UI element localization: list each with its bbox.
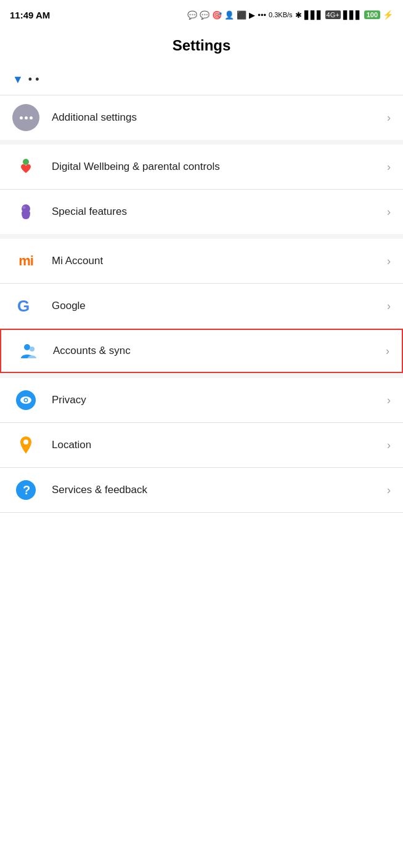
chat-icon: 💬: [200, 10, 210, 20]
settings-item-services-feedback[interactable]: ? Services & feedback ›: [0, 468, 403, 512]
settings-item-mi-account[interactable]: mi Mi Account ›: [0, 239, 403, 283]
wellbeing-icon: [12, 153, 39, 180]
battery-indicator: 100: [364, 10, 380, 19]
page-title: Settings: [0, 30, 403, 64]
google-icon: G: [12, 292, 39, 319]
services-feedback-chevron: ›: [387, 484, 391, 497]
privacy-chevron: ›: [387, 394, 391, 407]
mi-account-icon: mi: [12, 247, 39, 275]
youtube-icon: ▶: [249, 10, 255, 20]
network-speed: 0.3KB/s: [269, 11, 293, 18]
privacy-text: Privacy: [52, 393, 382, 407]
settings-item-location[interactable]: Location ›: [0, 423, 403, 467]
special-features-icon: [12, 198, 39, 225]
lte-icon: 4G+: [325, 10, 341, 19]
additional-settings-icon: [12, 104, 39, 131]
bluetooth-icon: ✱: [295, 10, 302, 20]
settings-item-special-features[interactable]: Special features ›: [0, 190, 403, 234]
privacy-icon: [12, 387, 39, 414]
status-bar: 11:49 AM 💬 💬 🎯 👤 ⬛ ▶ ••• 0.3KB/s ✱ ▋▋▋ 4…: [0, 0, 403, 30]
location-chevron: ›: [387, 439, 391, 452]
square-icon: ⬛: [237, 10, 246, 20]
divider-services: [0, 512, 403, 513]
svg-point-10: [23, 440, 28, 444]
accounts-sync-icon: [14, 337, 41, 364]
services-feedback-icon: ?: [12, 476, 39, 504]
mi-account-text: Mi Account: [52, 254, 382, 268]
app-icon: 🎯: [212, 10, 222, 20]
mi-account-chevron: ›: [387, 255, 391, 268]
additional-settings-text: Additional settings: [52, 111, 382, 124]
signal-bars: ▋▋▋: [304, 10, 323, 20]
wellbeing-text: Digital Wellbeing & parental controls: [52, 160, 382, 174]
message-icon: 💬: [187, 10, 197, 20]
location-icon: [12, 432, 39, 459]
charging-icon: ⚡: [383, 10, 393, 20]
section-divider-2: [0, 234, 403, 239]
signal-bars-2: ▋▋▋: [343, 10, 362, 20]
svg-point-2: [23, 206, 26, 209]
partial-arrow-icon: ▼: [12, 73, 23, 86]
settings-item-additional-settings[interactable]: Additional settings ›: [0, 95, 403, 140]
status-icons: 💬 💬 🎯 👤 ⬛ ▶ ••• 0.3KB/s ✱ ▋▋▋ 4G+ ▋▋▋ 10…: [187, 10, 393, 20]
svg-point-4: [24, 344, 30, 350]
svg-point-0: [23, 159, 29, 165]
status-time: 11:49 AM: [10, 10, 50, 20]
google-text: Google: [52, 299, 382, 313]
avatar-icon: 👤: [224, 10, 234, 20]
settings-item-google[interactable]: G Google ›: [0, 284, 403, 328]
additional-settings-chevron: ›: [387, 111, 391, 124]
section-divider-3: [0, 373, 403, 378]
more-dots: •••: [258, 10, 266, 20]
settings-item-digital-wellbeing[interactable]: Digital Wellbeing & parental controls ›: [0, 145, 403, 189]
special-features-text: Special features: [52, 205, 382, 219]
svg-point-5: [30, 347, 35, 352]
accounts-sync-text: Accounts & sync: [53, 344, 381, 358]
wellbeing-chevron: ›: [387, 161, 391, 174]
accounts-sync-chevron: ›: [386, 345, 389, 358]
partial-scroll-item: ▼ • •: [0, 64, 403, 95]
services-feedback-text: Services & feedback: [52, 483, 382, 497]
svg-text:?: ?: [23, 483, 30, 497]
google-chevron: ›: [387, 300, 391, 313]
location-text: Location: [52, 438, 382, 452]
section-divider-1: [0, 140, 403, 145]
partial-dots: • •: [28, 73, 39, 86]
special-features-chevron: ›: [387, 206, 391, 219]
settings-item-privacy[interactable]: Privacy ›: [0, 378, 403, 422]
svg-text:G: G: [17, 297, 30, 315]
svg-point-9: [25, 399, 27, 401]
settings-item-accounts-sync[interactable]: Accounts & sync ›: [0, 329, 403, 373]
